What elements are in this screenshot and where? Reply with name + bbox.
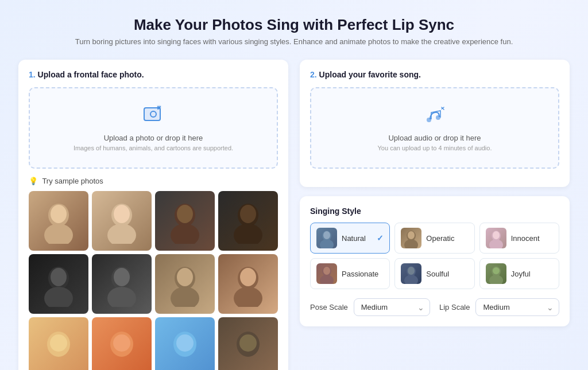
sample-photo-9[interactable] — [29, 317, 88, 370]
audio-upload-icon — [323, 104, 547, 129]
style-avatar-operatic — [401, 228, 421, 248]
style-avatar-natural — [316, 228, 337, 248]
left-panel-title: 1. Upload a frontal face photo. — [29, 70, 278, 79]
lip-scale-select[interactable]: Low Medium High — [475, 298, 559, 316]
svg-point-51 — [323, 231, 330, 239]
svg-point-34 — [113, 334, 130, 352]
sample-photo-10[interactable] — [92, 317, 152, 370]
svg-point-50 — [320, 239, 334, 248]
svg-point-20 — [44, 287, 73, 307]
style-avatar-soulful — [401, 263, 421, 284]
svg-point-26 — [171, 287, 199, 307]
step-1-label: Upload a frontal face photo. — [38, 70, 144, 79]
photo-upload-subtext: Images of humans, animals, and cartoons … — [41, 145, 265, 151]
svg-point-27 — [177, 268, 193, 286]
svg-point-48 — [436, 115, 440, 120]
sample-photo-4[interactable] — [218, 191, 278, 251]
svg-point-29 — [234, 287, 262, 307]
sample-photo-7[interactable] — [155, 254, 215, 314]
svg-point-24 — [114, 268, 130, 286]
svg-point-8 — [51, 205, 67, 223]
svg-point-14 — [171, 224, 199, 244]
sample-photo-3[interactable] — [155, 191, 215, 251]
style-label-soulful: Soulful — [426, 270, 468, 278]
svg-point-66 — [493, 267, 500, 274]
style-grid: Natural ✓ Operatic — [310, 223, 559, 289]
sample-photo-2[interactable] — [92, 191, 152, 251]
lip-scale-label: Lip Scale — [439, 303, 470, 311]
svg-point-32 — [50, 334, 67, 352]
svg-point-18 — [240, 205, 256, 223]
style-avatar-joyful — [486, 263, 506, 284]
svg-point-47 — [427, 118, 431, 122]
singing-style-section: Singing Style Natural ✓ — [300, 196, 570, 326]
sample-photo-11[interactable] — [155, 317, 215, 370]
right-panel: 2. Upload your favorite song. Upload au — [300, 60, 570, 370]
svg-point-30 — [240, 268, 256, 286]
svg-point-59 — [320, 275, 334, 284]
svg-rect-0 — [144, 108, 160, 120]
lip-scale-select-wrapper: Low Medium High — [475, 298, 559, 316]
svg-point-56 — [489, 239, 503, 248]
sample-photo-6[interactable] — [92, 254, 152, 314]
audio-upload-subtext: You can upload up to 4 minutes of audio. — [323, 145, 547, 151]
style-label-innocent: Innocent — [511, 234, 553, 243]
svg-point-63 — [408, 267, 415, 275]
style-label-passionate: Passionate — [342, 270, 384, 278]
sample-photo-12[interactable] — [218, 317, 278, 370]
check-icon-natural: ✓ — [377, 233, 384, 243]
audio-upload-text: Upload audio or drop it here — [323, 134, 547, 142]
svg-point-62 — [404, 275, 418, 284]
photo-upload-text: Upload a photo or drop it here — [41, 134, 265, 142]
page-title: Make Your Photos Sing with Perfect Lip S… — [18, 16, 570, 34]
style-label-natural: Natural — [342, 234, 372, 243]
style-item-operatic[interactable]: Operatic — [394, 223, 474, 254]
svg-point-65 — [489, 275, 503, 284]
style-avatar-innocent — [486, 228, 506, 248]
singing-style-title: Singing Style — [310, 207, 559, 216]
style-avatar-passionate — [316, 263, 337, 284]
bulb-icon: 💡 — [29, 177, 38, 185]
svg-point-23 — [107, 287, 136, 307]
sample-photo-1[interactable] — [29, 191, 88, 251]
step-2-number: 2. — [310, 70, 317, 79]
style-item-soulful[interactable]: Soulful — [394, 258, 474, 289]
step-1-number: 1. — [29, 70, 36, 79]
photo-upload-icon — [41, 104, 265, 129]
pose-scale-select[interactable]: Low Medium High — [354, 298, 430, 316]
svg-point-36 — [176, 334, 194, 352]
pose-scale-group: Pose Scale Low Medium High — [310, 298, 430, 316]
svg-point-53 — [404, 239, 418, 248]
svg-point-38 — [239, 334, 257, 352]
svg-point-21 — [51, 268, 67, 286]
style-label-joyful: Joyful — [511, 270, 553, 278]
svg-rect-9 — [51, 227, 67, 244]
style-item-innocent[interactable]: Innocent — [479, 223, 559, 254]
sample-photos-grid: ⊕ ⌄ — [29, 191, 278, 370]
style-item-passionate[interactable]: Passionate — [310, 258, 390, 289]
sample-photo-8[interactable] — [218, 254, 278, 314]
sample-photo-5[interactable] — [29, 254, 88, 314]
right-panel-title: 2. Upload your favorite song. — [310, 70, 559, 79]
scale-section: Pose Scale Low Medium High Lip Scale — [310, 298, 559, 316]
audio-upload-panel: 2. Upload your favorite song. Upload au — [300, 60, 570, 187]
lip-scale-group: Lip Scale Low Medium High — [439, 298, 559, 316]
svg-point-54 — [408, 231, 415, 239]
svg-point-15 — [177, 205, 193, 223]
photo-upload-box[interactable]: Upload a photo or drop it here Images of… — [29, 87, 278, 169]
pose-scale-label: Pose Scale — [310, 303, 348, 311]
svg-point-17 — [234, 224, 262, 244]
page-header: Make Your Photos Sing with Perfect Lip S… — [18, 16, 570, 46]
style-item-joyful[interactable]: Joyful — [479, 258, 559, 289]
left-panel: 1. Upload a frontal face photo. Upload — [18, 60, 288, 370]
audio-upload-box[interactable]: Upload audio or drop it here You can upl… — [310, 87, 559, 169]
svg-point-57 — [493, 231, 500, 239]
sample-photos-title: 💡 Try sample photos — [29, 177, 278, 185]
pose-scale-select-wrapper: Low Medium High — [354, 298, 430, 316]
style-item-natural[interactable]: Natural ✓ — [310, 223, 390, 254]
step-2-label: Upload your favorite song. — [319, 70, 421, 79]
page-subtitle: Turn boring pictures into singing faces … — [18, 37, 570, 46]
svg-point-11 — [107, 224, 136, 244]
svg-point-12 — [114, 205, 130, 223]
svg-point-60 — [323, 267, 330, 275]
